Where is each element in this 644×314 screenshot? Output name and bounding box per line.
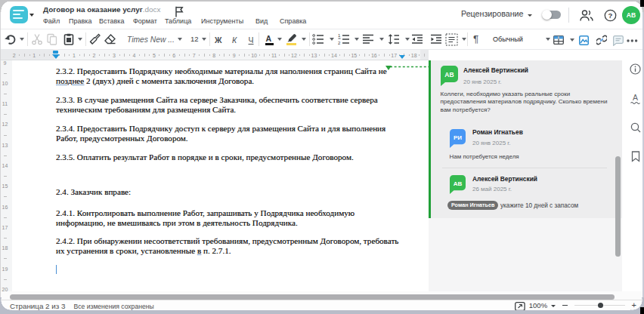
svg-text:АВ: АВ [454, 180, 463, 186]
svg-text:?: ? [608, 11, 613, 20]
svg-text:1: 1 [338, 33, 341, 38]
svg-text:2: 2 [338, 41, 341, 45]
svg-text:РИ: РИ [454, 134, 462, 140]
svg-text:АВ: АВ [444, 71, 454, 78]
svg-text:А: А [633, 93, 638, 102]
